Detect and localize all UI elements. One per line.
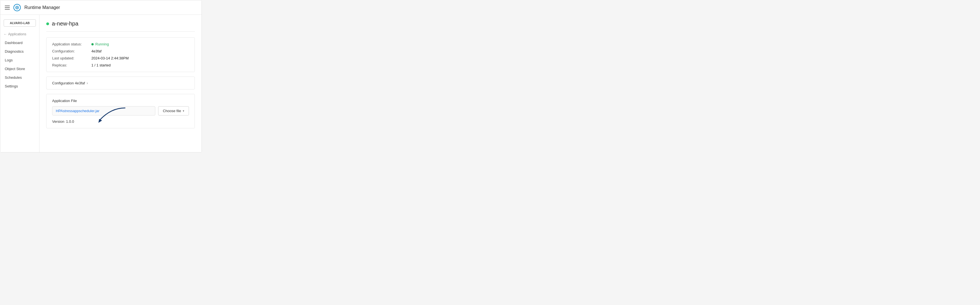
config-section-label: Configuration 4e3faf	[52, 81, 85, 85]
main-layout: ALVARO-LAB ← Applications Dashboard Diag…	[0, 15, 202, 152]
sidebar-item-dashboard[interactable]: Dashboard	[0, 38, 39, 47]
replicas-label: Replicas:	[52, 63, 91, 67]
config-label: Configuration:	[52, 49, 91, 53]
file-section: Application File Choose file ▾ Version 1…	[46, 94, 195, 129]
page-header: a-new-hpa	[46, 21, 195, 32]
dropdown-arrow-icon: ▾	[183, 109, 184, 113]
sidebar: ALVARO-LAB ← Applications Dashboard Diag…	[0, 15, 40, 152]
sidebar-item-diagnostics[interactable]: Diagnostics	[0, 47, 39, 56]
config-value: 4e3faf	[91, 49, 102, 53]
sidebar-item-schedules[interactable]: Schedules	[0, 73, 39, 82]
chevron-right-icon: ›	[87, 81, 88, 85]
org-badge[interactable]: ALVARO-LAB	[4, 19, 36, 27]
applications-section[interactable]: ← Applications	[0, 31, 39, 38]
info-card: Application status: Running Configuratio…	[46, 37, 195, 72]
app-wrapper: Runtime Manager ALVARO-LAB ← Application…	[0, 0, 202, 152]
file-input-row: Choose file ▾	[52, 106, 189, 116]
config-section[interactable]: Configuration 4e3faf ›	[46, 76, 195, 89]
status-row: Application status: Running	[52, 42, 189, 46]
config-row: Configuration: 4e3faf	[52, 49, 189, 53]
replicas-value: 1 / 1 started	[91, 63, 111, 67]
choose-file-label: Choose file	[163, 109, 181, 113]
replicas-row: Replicas: 1 / 1 started	[52, 63, 189, 67]
file-name-input[interactable]	[52, 106, 155, 116]
sidebar-item-settings[interactable]: Settings	[0, 82, 39, 91]
content-area: a-new-hpa Application status: Running Co…	[40, 15, 202, 152]
status-value: Running	[91, 42, 109, 46]
last-updated-label: Last updated:	[52, 56, 91, 60]
file-section-title: Application File	[52, 98, 189, 103]
svg-point-2	[16, 7, 18, 8]
app-name: a-new-hpa	[52, 21, 78, 27]
hamburger-icon[interactable]	[5, 6, 10, 10]
top-nav: Runtime Manager	[0, 0, 202, 15]
status-label: Application status:	[52, 42, 91, 46]
last-updated-value: 2024-03-14 2:44:38PM	[91, 56, 129, 60]
version-row: Version 1.0.0	[52, 119, 189, 124]
back-arrow-icon: ←	[4, 32, 7, 36]
version-label: Version	[52, 119, 64, 124]
version-value: 1.0.0	[66, 119, 74, 124]
choose-file-button[interactable]: Choose file ▾	[158, 106, 189, 116]
runtime-manager-logo	[13, 4, 21, 11]
running-dot-icon	[91, 43, 94, 45]
sidebar-item-object-store[interactable]: Object Store	[0, 65, 39, 73]
last-updated-row: Last updated: 2024-03-14 2:44:38PM	[52, 56, 189, 60]
section-label: Applications	[8, 32, 26, 36]
sidebar-item-logs[interactable]: Logs	[0, 56, 39, 65]
app-title: Runtime Manager	[24, 5, 60, 10]
app-status-dot	[46, 22, 49, 25]
running-text: Running	[95, 42, 109, 46]
